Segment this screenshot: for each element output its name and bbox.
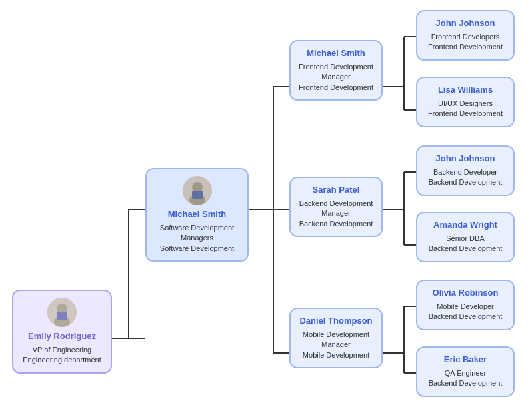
node-john-johnson-be[interactable]: John Johnson Backend Developer Backend D… [416, 145, 515, 196]
michael-fe-role: Frontend Development Manager [296, 62, 376, 83]
daniel-dept: Mobile Development [296, 350, 376, 360]
node-lisa-williams[interactable]: Lisa Williams UI/UX Designers Frontend D… [416, 77, 515, 127]
node-sarah-patel[interactable]: Sarah Patel Backend Development Manager … [289, 177, 383, 237]
amanda-dept: Backend Development [423, 244, 508, 254]
michael-fe-dept: Frontend Development [296, 83, 376, 93]
amanda-role: Senior DBA [423, 234, 508, 244]
olivia-name: Olivia Robinson [423, 288, 508, 298]
john-be-role: Backend Developer [423, 167, 508, 177]
node-olivia-robinson[interactable]: Olivia Robinson Mobile Developer Backend… [416, 280, 515, 330]
emily-name: Emily Rodriguez [19, 331, 105, 341]
node-john-johnson-fe[interactable]: John Johnson Frontend Developers Fronten… [416, 10, 515, 61]
avatar-michael-main-svg [183, 176, 212, 205]
avatar-michael-main [183, 176, 212, 205]
lisa-role: UI/UX Designers [423, 99, 508, 109]
node-daniel-thompson[interactable]: Daniel Thompson Mobile Development Manag… [289, 308, 383, 368]
svg-rect-23 [57, 312, 67, 320]
lisa-dept: Frontend Development [423, 109, 508, 119]
john-fe-role: Frontend Developers [423, 32, 508, 42]
michael-main-name: Michael Smith [152, 209, 242, 219]
michael-fe-name: Michael Smith [296, 48, 376, 58]
sarah-dept: Backend Development [296, 219, 376, 229]
lisa-name: Lisa Williams [423, 85, 508, 95]
olivia-dept: Backend Development [423, 312, 508, 322]
node-michael-main[interactable]: Michael Smith Software Development Manag… [145, 168, 249, 262]
daniel-role: Mobile Development Manager [296, 330, 376, 350]
node-amanda-wright[interactable]: Amanda Wright Senior DBA Backend Develop… [416, 212, 515, 262]
emily-dept: Engineering department [19, 355, 105, 365]
avatar-emily-svg [47, 298, 77, 327]
john-be-name: John Johnson [423, 153, 508, 163]
john-fe-name: John Johnson [423, 18, 508, 28]
daniel-name: Daniel Thompson [296, 316, 376, 326]
eric-dept: Backend Development [423, 378, 508, 388]
svg-rect-27 [192, 191, 203, 199]
node-michael-fe[interactable]: Michael Smith Frontend Development Manag… [289, 40, 383, 101]
michael-main-role: Software Development Managers [152, 223, 242, 244]
eric-role: QA Engineer [423, 368, 508, 378]
emily-role: VP of Engineering [19, 345, 105, 355]
michael-main-dept: Software Development [152, 244, 242, 254]
eric-name: Eric Baker [423, 354, 508, 364]
node-eric-baker[interactable]: Eric Baker QA Engineer Backend Developme… [416, 346, 515, 397]
amanda-name: Amanda Wright [423, 220, 508, 230]
sarah-name: Sarah Patel [296, 185, 376, 195]
org-chart: Emily Rodriguez VP of Engineering Engine… [0, 0, 532, 419]
avatar-emily [47, 298, 77, 327]
john-fe-dept: Frontend Development [423, 42, 508, 52]
node-emily-rodriguez[interactable]: Emily Rodriguez VP of Engineering Engine… [12, 290, 112, 374]
john-be-dept: Backend Development [423, 177, 508, 187]
olivia-role: Mobile Developer [423, 302, 508, 312]
sarah-role: Backend Development Manager [296, 199, 376, 219]
